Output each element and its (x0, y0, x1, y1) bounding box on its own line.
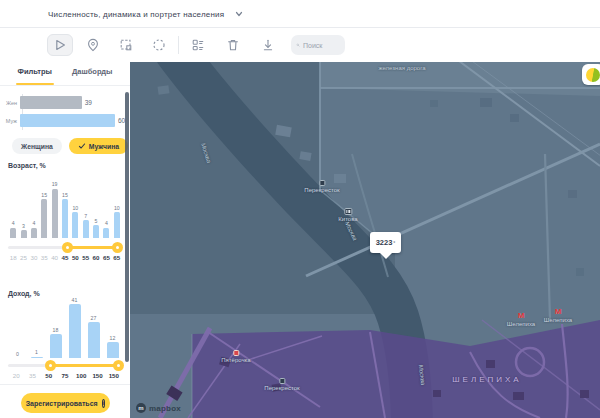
cursor-tool-button[interactable] (47, 34, 73, 56)
register-button[interactable]: Зарегистрироваться i (21, 393, 110, 413)
age-chart-title: Возраст, % (8, 162, 46, 169)
search-input[interactable] (300, 42, 340, 49)
pin-tool-button[interactable] (80, 34, 106, 56)
bar (107, 342, 119, 358)
axis-tick: 50 (70, 254, 80, 261)
slider-active-range[interactable] (67, 246, 117, 249)
tabs-divider (0, 85, 130, 86)
lasso-tool-button[interactable] (146, 34, 172, 56)
bar (50, 334, 62, 358)
gender-button-female[interactable]: Женщина (12, 138, 62, 154)
trash-icon (225, 37, 241, 53)
bar (103, 228, 109, 238)
bar-slot: 19 (49, 182, 59, 238)
bar-value-label: 27 (91, 316, 97, 321)
age-slider-handle-min[interactable] (62, 242, 73, 253)
gender-filter-buttons: ЖенщинаМужчина (0, 138, 130, 154)
bar-slot: 10 (70, 206, 80, 238)
sidebar-scrollbar[interactable] (125, 92, 129, 362)
lasso-circle-icon (151, 37, 167, 53)
bar (52, 189, 58, 238)
bar-slot: 41 (65, 298, 84, 358)
gender-row-label: Муж (0, 118, 20, 124)
layer-dropdown-label: Численность, динамика и портрет населени… (48, 10, 224, 19)
slider-active-range[interactable] (50, 364, 118, 367)
info-icon: i (102, 399, 106, 408)
tab-dashboards[interactable]: Дашборды (70, 62, 115, 85)
gender-button-male[interactable]: Мужчина (69, 138, 128, 154)
marker-value: 3223 (376, 238, 393, 247)
age-slider-handle-max[interactable] (112, 242, 123, 253)
bar-slot: 1 (27, 350, 46, 358)
mapbox-icon: m (136, 403, 146, 413)
sidebar-tabs: ФильтрыДашборды (0, 62, 130, 85)
bar-slot: 3 (18, 224, 28, 238)
map-data-marker[interactable]: 3223° (370, 232, 401, 253)
axis-tick: 60 (91, 254, 101, 261)
bar-value-label: 15 (62, 193, 68, 198)
bar (93, 225, 99, 238)
axis-tick: 20 (8, 372, 24, 379)
axis-tick: 35 (24, 372, 40, 379)
population-analytics-app: Численность, динамика и портрет населени… (0, 0, 600, 418)
layer-dropdown[interactable]: Численность, динамика и портрет населени… (48, 0, 244, 28)
bar-slot: 10 (112, 206, 122, 238)
bar-value-label: 4 (105, 221, 108, 226)
mapbox-wordmark: mapbox (149, 404, 181, 413)
toolbar-divider (178, 36, 179, 54)
income-axis-ticks: 20355075100150150 (8, 372, 122, 379)
bar (72, 212, 78, 238)
axis-tick: 18 (8, 254, 18, 261)
bar (41, 199, 47, 238)
bar-slot: 18 (46, 328, 65, 358)
axis-tick: 65 (112, 254, 122, 261)
bar-value-label: 1 (35, 350, 38, 355)
area-select-icon (118, 37, 134, 53)
filters-sidebar: ФильтрыДашборды Жен39Муж60 ЖенщинаМужчин… (0, 62, 130, 418)
search-box (291, 35, 345, 55)
bar-value-label: 12 (110, 336, 116, 341)
bar-slot: 5 (91, 219, 101, 238)
income-slider-handle-min[interactable] (45, 360, 56, 371)
bar (10, 228, 16, 238)
sidebar-footer-divider (0, 384, 130, 385)
map-base-layer (130, 62, 600, 418)
income-range-slider (8, 360, 122, 371)
top-bar: Численность, динамика и портрет населени… (0, 0, 600, 28)
income-slider-handle-max[interactable] (113, 360, 124, 371)
dashboard-cards-icon (190, 37, 206, 53)
gender-row-label: Жен (0, 100, 20, 106)
axis-tick: 55 (81, 254, 91, 261)
bar-value-label: 3 (22, 224, 25, 229)
download-tool-button[interactable] (255, 34, 281, 56)
tab-filters[interactable]: Фильтры (16, 62, 54, 85)
axis-tick: 25 (18, 254, 28, 261)
bar-value-label: 5 (95, 219, 98, 224)
dashboard-cards-tool-button[interactable] (185, 34, 211, 56)
bar-slot: 27 (84, 316, 103, 358)
bar-value-label: 10 (72, 206, 78, 211)
age-bar-chart: 4341519151075410 (8, 178, 122, 238)
bar (88, 322, 100, 358)
bar (31, 228, 37, 238)
map-canvas[interactable]: железная дорогаПерекрестокКитоваПятёрочк… (130, 62, 600, 418)
axis-tick: 45 (60, 254, 70, 261)
bar-slot: 4 (29, 221, 39, 238)
map-toolbar (0, 28, 600, 62)
area-select-tool-button[interactable] (113, 34, 139, 56)
bar-slot: 4 (8, 221, 18, 238)
axis-tick: 35 (39, 254, 49, 261)
axis-tick: 100 (73, 372, 89, 379)
bar (31, 357, 43, 359)
brand-logo[interactable] (582, 64, 600, 85)
age-range-slider (8, 242, 122, 253)
bar-slot: 15 (39, 193, 49, 238)
map-attribution[interactable]: m mapbox (136, 403, 181, 413)
axis-tick: 30 (29, 254, 39, 261)
bar-value-label: 4 (12, 221, 15, 226)
bar-slot: 4 (101, 221, 111, 238)
register-button-label: Зарегистрироваться (26, 400, 98, 407)
delete-tool-button[interactable] (220, 34, 246, 56)
bar (69, 304, 81, 358)
gender-row-Жен: Жен39 (0, 96, 130, 109)
